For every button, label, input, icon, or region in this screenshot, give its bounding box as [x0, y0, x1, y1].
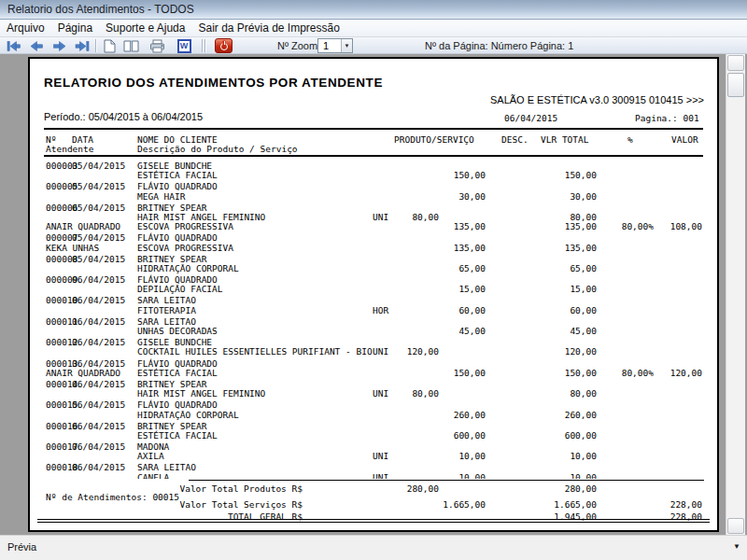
total-value: 150,00: [525, 369, 597, 378]
client-name: FLÁVIO QUADRADO: [137, 182, 218, 191]
menu-sair-previa[interactable]: Sair da Prévia de Impressão: [191, 20, 345, 37]
col-header-desc: DESC.: [501, 135, 529, 145]
total-value: 120,00: [525, 347, 597, 357]
row-date: 06/04/2015: [72, 275, 125, 285]
export-word-button[interactable]: W: [174, 38, 194, 53]
exit-preview-button[interactable]: [213, 38, 233, 53]
product-value: 80,00: [375, 389, 439, 399]
first-page-icon: [7, 41, 21, 51]
totals-services-commission: 228,00: [640, 500, 702, 510]
report-row: 00000605/04/2015BRITNEY SPEARHAIR MIST A…: [30, 203, 717, 232]
word-export-icon: W: [177, 39, 191, 53]
chevron-down-icon: ▼: [341, 39, 352, 52]
scrollbar-thumb[interactable]: [727, 73, 744, 97]
zoom-dropdown[interactable]: 1 ▼: [317, 38, 353, 53]
client-name: SARA LEITAO: [137, 463, 196, 472]
row-date: 06/04/2015: [72, 422, 125, 431]
row-date: 05/04/2015: [72, 233, 125, 243]
report-row: 00001406/04/2015BRITNEY SPEARHAIR MIST A…: [30, 380, 717, 399]
toolbar-separator: [95, 39, 96, 52]
report-row: 00001506/04/2015FLÁVIO QUADRADOHIDRATAÇÃ…: [30, 400, 717, 419]
attendant-name: ANAIR QUADRADO: [46, 369, 120, 378]
menu-arquivo[interactable]: Arquivo: [0, 20, 51, 37]
service-value: 10,00: [422, 452, 486, 461]
menu-pagina[interactable]: Página: [51, 20, 99, 37]
status-dropdown-arrow-icon[interactable]: ▼: [733, 542, 740, 551]
item-description: UNHAS DECORADAS: [137, 327, 218, 336]
vertical-scrollbar[interactable]: [726, 54, 745, 535]
item-description: ESCOVA PROGRESSIVA: [137, 222, 233, 231]
service-value: 30,00: [422, 192, 486, 202]
total-value: 60,00: [525, 306, 597, 315]
service-value: 135,00: [422, 244, 486, 253]
item-description: DEPILAÇÃO FACIAL: [137, 285, 223, 294]
scroll-up-button[interactable]: [727, 55, 744, 71]
client-name: SARA LEITAO: [137, 296, 196, 305]
total-value: 600,00: [525, 431, 597, 441]
item-description: FITOTERAPIA: [137, 306, 196, 315]
title-bar: Relatorio dos Atendimentos - TODOS: [0, 0, 747, 20]
row-date: 05/04/2015: [72, 182, 125, 191]
divider: [44, 155, 703, 157]
item-unit: UNI: [373, 452, 388, 461]
zoom-label: Nº Zoom: [277, 40, 317, 51]
next-page-icon: [52, 41, 67, 51]
item-unit: UNI: [373, 473, 388, 479]
report-page: RELATORIO DOS ATENDIMENTOS POR ATENDENTE…: [28, 57, 719, 532]
item-description: HAIR MIST ANGEL FEMININO: [137, 389, 265, 399]
service-value: 45,00: [422, 327, 486, 336]
print-button[interactable]: [147, 38, 167, 53]
window-title: Relatorio dos Atendimentos - TODOS: [0, 0, 194, 16]
status-label: Prévia: [7, 541, 36, 553]
report-row: 00000906/04/2015FLÁVIO QUADRADODEPILAÇÃO…: [30, 275, 717, 294]
application-window: Relatorio dos Atendimentos - TODOS Arqui…: [0, 0, 747, 560]
item-description: HIDRATAÇÃO CORPORAL: [137, 264, 239, 273]
report-brand: SALÃO E ESTÉTICA v3.0 300915 010415 >>>: [490, 94, 704, 105]
next-page-button[interactable]: [49, 38, 70, 53]
divider: [44, 128, 703, 130]
last-page-button[interactable]: [72, 38, 92, 53]
single-page-icon: [104, 39, 116, 53]
scroll-down-button[interactable]: [727, 518, 744, 534]
item-description: ESTÉTICA FACIAL: [137, 171, 218, 180]
totals-services-row: Valor Total Serviços R$ 1.665,00 1.665,0…: [30, 500, 717, 510]
row-date: 05/04/2015: [72, 161, 125, 171]
item-description: CANELA: [137, 473, 169, 479]
totals-services-value: 1.665,00: [422, 500, 486, 510]
totals-services-label: Valor Total Serviços R$: [86, 500, 303, 510]
total-value: 65,00: [525, 264, 597, 273]
col-header-percent: %: [627, 135, 633, 145]
row-date: 05/04/2015: [72, 203, 125, 213]
totals-services-total: 1.665,00: [525, 500, 597, 510]
report-row: 00000705/04/2015FLÁVIO QUADRADOKEKA UNHA…: [30, 233, 717, 252]
col-header-descricao: Descrição do Produto / Serviço: [137, 145, 298, 154]
toolbar: W Nº Zoom 1 ▼ Nº da Página: Número Págin…: [0, 37, 747, 54]
previous-page-button[interactable]: [26, 38, 47, 53]
report-row: 00001606/04/2015BRITNEY SPEARESTÉTICA FA…: [30, 422, 717, 441]
row-date: 05/04/2015: [72, 255, 125, 264]
table-header-row-1: Nº DATA NOME DO CLIENTE PRODUTO/SERVIÇO …: [30, 135, 717, 145]
item-description: COCKTAIL HUILES ESSENTIELLES PURIFIANT -…: [137, 347, 373, 357]
row-date: 06/04/2015: [72, 400, 125, 410]
service-value: 60,00: [422, 306, 486, 315]
report-row: 00001206/04/2015GISELE BUNDCHECOCKTAIL H…: [30, 338, 717, 357]
service-value: 260,00: [422, 411, 486, 420]
single-page-view-button[interactable]: [99, 38, 120, 53]
commission-value: 120,00: [640, 369, 702, 378]
divider: [189, 480, 704, 481]
preview-area: RELATORIO DOS ATENDIMENTOS POR ATENDENTE…: [0, 54, 747, 535]
report-row: 00001106/04/2015SARA LEITAOUNHAS DECORAD…: [30, 317, 717, 336]
report-page-number: Pagina.: 001: [635, 113, 699, 123]
service-value: 150,00: [422, 369, 486, 378]
last-page-icon: [75, 41, 90, 51]
two-page-view-button[interactable]: [120, 38, 141, 53]
table-header-row-2: Atendente Descrição do Produto / Serviço: [30, 145, 717, 154]
first-page-button[interactable]: [4, 38, 24, 53]
menu-suporte-ajuda[interactable]: Suporte e Ajuda: [99, 20, 191, 37]
item-description: ESTÉTICA FACIAL: [137, 431, 218, 441]
power-exit-icon: [215, 38, 233, 53]
two-pages-icon: [123, 40, 139, 52]
total-value: 135,00: [525, 244, 597, 253]
report-print-date: 06/04/2015: [504, 113, 557, 123]
report-row: 00000805/04/2015BRITNEY SPEARHIDRATAÇÃO …: [30, 255, 717, 273]
